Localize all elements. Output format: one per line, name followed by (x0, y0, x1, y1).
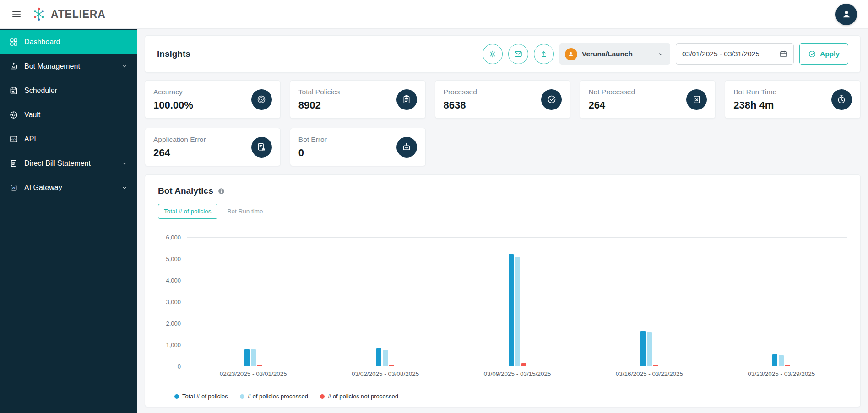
menu-button[interactable] (11, 9, 22, 20)
info-icon[interactable] (217, 187, 225, 195)
chart-y-axis: 6,0005,0004,0003,0002,0001,0000 (158, 237, 187, 366)
ai-icon: AI (9, 183, 18, 192)
tenant-value: Veruna/Launch (582, 50, 652, 58)
bar-total-of-policies (640, 331, 646, 366)
main-content: Insights Veruna/Launch 03/01/2025 - 03/3… (137, 29, 868, 413)
policies-icon (396, 89, 417, 110)
bar-of-policies-not-processed (785, 365, 790, 366)
settings-button[interactable] (483, 44, 503, 64)
target-icon (251, 89, 272, 110)
y-tick-label: 3,000 (166, 299, 181, 305)
bar-group (583, 238, 715, 366)
bot-icon (9, 62, 18, 71)
sidebar: DashboardBot ManagementSchedulerVault</>… (0, 29, 137, 413)
stat-card-processed: Processed8638 (435, 80, 571, 119)
y-tick-label: 0 (178, 363, 181, 370)
chevron-down-icon (121, 184, 128, 191)
stat-value: 264 (588, 99, 635, 111)
date-range-input[interactable]: 03/01/2025 - 03/31/2025 (676, 43, 794, 65)
dashboard-icon (9, 38, 18, 47)
x-tick-label: 03/02/2025 - 03/08/2025 (319, 370, 451, 377)
svg-text:AI: AI (12, 186, 15, 189)
tenant-avatar (565, 48, 577, 60)
y-tick-label: 1,000 (166, 342, 181, 348)
sidebar-item-vault[interactable]: Vault (0, 103, 137, 127)
stat-label: Bot Error (298, 136, 327, 144)
stat-card-bot-run-time: Bot Run Time238h 4m (725, 80, 861, 119)
tab-bot-run-time[interactable]: Bot Run time (227, 204, 264, 218)
chart-plot-column: 02/23/2025 - 03/01/202503/02/2025 - 03/0… (187, 237, 847, 377)
app-error-icon (251, 137, 272, 158)
x-tick-label: 03/09/2025 - 03/15/2025 (451, 370, 583, 377)
sidebar-item-label: Direct Bill Statement (24, 159, 115, 168)
sidebar-item-direct-bill-statement[interactable]: Direct Bill Statement (0, 151, 137, 175)
sidebar-item-dashboard[interactable]: Dashboard (0, 30, 137, 54)
bill-icon (9, 159, 18, 168)
bar-group (319, 238, 451, 366)
analytics-tabs: Total # of policiesBot Run time (158, 204, 847, 219)
sidebar-item-ai-gateway[interactable]: AIAI Gateway (0, 175, 137, 200)
sidebar-item-scheduler[interactable]: Scheduler (0, 78, 137, 103)
stat-label: Accuracy (153, 88, 193, 96)
stat-value: 0 (298, 147, 327, 159)
ateliera-logo-icon (31, 6, 47, 22)
brand-name: ATELIERA (51, 8, 106, 21)
stat-card-bot-error: Bot Error0 (290, 128, 426, 166)
legend-label: # of policies processed (248, 393, 308, 400)
stat-value: 8902 (298, 99, 340, 111)
stat-text: Accuracy100.00% (153, 88, 193, 111)
calendar-icon (779, 50, 787, 58)
apply-button[interactable]: Apply (799, 43, 848, 65)
legend-item-of-policies-processed: # of policies processed (240, 393, 308, 400)
tab-total-of-policies[interactable]: Total # of policies (158, 204, 217, 219)
analytics-title-row: Bot Analytics (158, 186, 847, 196)
scheduler-icon (9, 86, 18, 95)
legend-item-of-policies-not-processed: # of policies not processed (320, 393, 398, 400)
svg-text:</>: </> (11, 137, 16, 141)
tenant-dropdown[interactable]: Veruna/Launch (559, 43, 670, 65)
runtime-icon (831, 89, 852, 110)
bar-of-policies-processed (251, 349, 256, 366)
stat-text: Bot Error0 (298, 136, 327, 159)
stat-text: Bot Run Time238h 4m (733, 88, 776, 111)
not-processed-icon (686, 89, 707, 110)
stat-value: 264 (153, 147, 206, 159)
bar-of-policies-processed (647, 332, 652, 366)
processed-icon (541, 89, 562, 110)
legend-label: Total # of policies (182, 393, 228, 400)
stat-text: Processed8638 (444, 88, 477, 111)
menu-icon (11, 9, 22, 20)
date-range-value: 03/01/2025 - 03/31/2025 (682, 50, 760, 58)
mail-button[interactable] (508, 44, 528, 64)
profile-button[interactable] (835, 4, 857, 25)
bar-total-of-policies (244, 349, 250, 366)
stat-label: Application Error (153, 136, 206, 144)
sidebar-item-bot-management[interactable]: Bot Management (0, 54, 137, 78)
stat-label: Processed (444, 88, 477, 96)
brand: ATELIERA (31, 6, 106, 22)
gear-icon (488, 49, 497, 59)
bar-group (451, 238, 583, 366)
bar-group (187, 238, 319, 366)
legend-dot (320, 394, 325, 399)
sidebar-item-api[interactable]: </>API (0, 127, 137, 151)
stat-value: 100.00% (153, 99, 193, 111)
bar-of-policies-not-processed (257, 365, 262, 366)
bar-total-of-policies (772, 354, 777, 366)
user-icon (568, 51, 574, 57)
chart: 6,0005,0004,0003,0002,0001,0000 02/23/20… (158, 237, 847, 377)
sidebar-item-label: API (24, 135, 128, 143)
analytics-title: Bot Analytics (158, 186, 213, 196)
chevron-down-icon (121, 160, 128, 167)
export-button[interactable] (534, 44, 554, 64)
stat-label: Not Processed (588, 88, 635, 96)
insights-card: Insights Veruna/Launch 03/01/2025 - 03/3… (145, 35, 861, 73)
stat-text: Total Policies8902 (298, 88, 340, 111)
stat-card-total-policies: Total Policies8902 (290, 80, 426, 119)
bot-error-icon (396, 137, 417, 158)
chart-legend: Total # of policies# of policies process… (158, 393, 847, 400)
sidebar-item-label: Bot Management (24, 62, 115, 71)
bar-total-of-policies (376, 348, 381, 366)
stat-text: Not Processed264 (588, 88, 635, 111)
sidebar-item-label: Scheduler (24, 87, 128, 95)
